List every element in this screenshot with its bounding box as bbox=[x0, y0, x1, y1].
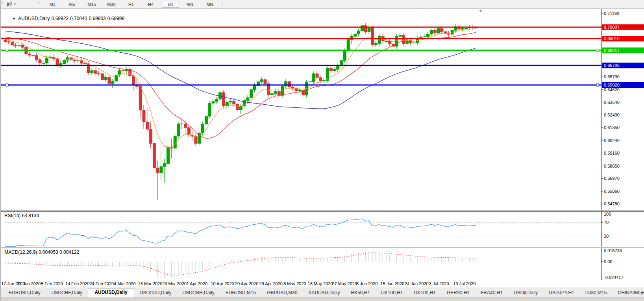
tab-EURUSD-M15[interactable]: EURUSD,M15 bbox=[220, 289, 261, 297]
date-label: 24 Jun 2020 bbox=[405, 281, 429, 286]
main-chart-canvas[interactable]: 0.711900.700800.689700.679200.668100.657… bbox=[1, 9, 644, 211]
toolbar-grip-2[interactable] bbox=[38, 1, 40, 7]
candle-body bbox=[46, 58, 48, 63]
candle-body bbox=[77, 61, 80, 61]
timeframe-button-MN[interactable]: MN bbox=[201, 1, 218, 8]
tab-EURUSD-Daily[interactable]: EURUSD,Daily bbox=[3, 289, 46, 297]
rsi-line bbox=[5, 219, 476, 246]
tab-DJ30-M15[interactable]: DJ30,M15 bbox=[580, 289, 613, 297]
rsi-indicator-panel: RSI(14) 63.8134 1007030 bbox=[1, 211, 644, 247]
price-tick-label: 0.60240 bbox=[604, 138, 620, 143]
tab-USDCAD-Daily[interactable]: USDCAD,Daily bbox=[134, 289, 177, 297]
timeframe-button-D1[interactable]: D1 bbox=[162, 1, 179, 8]
price-line-tag-label: 0.65020 bbox=[604, 83, 620, 87]
candle-body bbox=[101, 74, 104, 79]
chart-symbol-label: AUDUSD,Daily bbox=[18, 16, 50, 21]
date-label: 13 Mar 2020 bbox=[138, 281, 163, 286]
timeframe-button-M1[interactable]: M1 bbox=[44, 1, 61, 8]
candle-body bbox=[132, 76, 135, 85]
candle-body bbox=[357, 31, 360, 34]
candle-body bbox=[7, 42, 10, 42]
rsi-canvas[interactable]: 1007030 bbox=[1, 212, 644, 247]
candle-body bbox=[91, 70, 93, 73]
candle-body bbox=[170, 148, 173, 148]
chart-shift-marker-icon[interactable] bbox=[479, 10, 482, 12]
tab-USDCNH-Daily[interactable]: USDCNH,Daily bbox=[177, 289, 220, 297]
date-label: 29 Apr 2020 bbox=[259, 281, 283, 286]
tab-USDJPY-H1[interactable]: USDJPY,H1 bbox=[543, 289, 579, 297]
time-axis[interactable]: 17 Jan 202027 Jan 20205 Feb 202014 Feb 2… bbox=[1, 280, 644, 288]
candle-body bbox=[385, 41, 388, 42]
price-line-tag-label: 0.69010 bbox=[604, 36, 620, 41]
tab-scroll-buttons: ◂ ▸ bbox=[636, 290, 643, 295]
timeframe-button-M15[interactable]: M15 bbox=[83, 1, 100, 8]
tab-HK50-H1[interactable]: HK50,H1 bbox=[346, 289, 376, 297]
candle-body bbox=[239, 106, 242, 110]
date-label: 15 Jun 2020 bbox=[381, 281, 405, 286]
line-handle[interactable] bbox=[596, 84, 599, 86]
candle-body bbox=[208, 103, 211, 116]
price-axis[interactable]: 0.711900.700800.689700.679200.668100.657… bbox=[601, 11, 644, 206]
timeframe-button-M5[interactable]: M5 bbox=[63, 1, 81, 8]
tab-UK100-H1[interactable]: UK100,H1 bbox=[376, 289, 408, 297]
chart-type-button[interactable]: ▾ bbox=[5, 0, 17, 8]
macd-signal-line bbox=[5, 253, 476, 275]
candle-body bbox=[254, 85, 256, 89]
tab-USDCHF-Daily[interactable]: USDCHF,Daily bbox=[46, 289, 88, 297]
tab-scroll-left-icon[interactable]: ◂ bbox=[636, 290, 638, 295]
candle-body bbox=[156, 168, 159, 173]
date-label: 3 Jul 2020 bbox=[429, 281, 449, 286]
candlestick-chart-icon bbox=[7, 2, 13, 7]
candle-body bbox=[402, 35, 405, 44]
price-tick-label: 0.61350 bbox=[604, 125, 620, 130]
timeframe-button-W1[interactable]: W1 bbox=[181, 1, 199, 8]
date-label: 8 May 2020 bbox=[283, 281, 306, 286]
macd-indicator-panel: MACD(12,26,9) 0.004053 0.004122 0.015743… bbox=[1, 248, 644, 280]
tab-GER30-H1[interactable]: GER30,H1 bbox=[441, 289, 475, 297]
candle-body bbox=[35, 55, 38, 60]
line-handle[interactable] bbox=[6, 84, 8, 86]
candle-body bbox=[395, 37, 398, 46]
price-tick-label: 0.64620 bbox=[604, 87, 620, 92]
date-label: 4 Mar 2020 bbox=[114, 281, 136, 286]
tab-UK100-H1[interactable]: UK100,H1 bbox=[409, 289, 441, 297]
price-tick-label: 0.58050 bbox=[604, 164, 620, 168]
candle-body bbox=[205, 116, 207, 124]
line-handle[interactable] bbox=[596, 49, 599, 52]
candle-body bbox=[319, 78, 322, 81]
toolbar-grip[interactable] bbox=[2, 1, 4, 7]
symbol-dropdown-caret[interactable]: ▼ bbox=[12, 17, 16, 21]
timeframe-button-H4[interactable]: H4 bbox=[142, 1, 159, 8]
trading-terminal-window: ▾ M1M5M15M30H1H4D1W1MN ▼AUDUSD,Daily0.69… bbox=[0, 0, 644, 301]
tab-GBPUSD-M30[interactable]: GBPUSD,M30 bbox=[261, 289, 303, 297]
rsi-tick-label: 70 bbox=[604, 220, 609, 225]
price-line-tag-label: 0.66706 bbox=[604, 63, 620, 68]
price-tick-label: 0.71190 bbox=[604, 11, 619, 16]
price-tick-label: 0.59160 bbox=[604, 151, 620, 155]
timeframe-button-M30[interactable]: M30 bbox=[103, 1, 120, 8]
candle-body bbox=[14, 45, 17, 46]
candle-body bbox=[94, 70, 97, 74]
chart-tabs: EURUSD,DailyUSDCHF,DailyAUDUSD,DailyUSDC… bbox=[1, 288, 644, 298]
date-label: 14 Feb 2020 bbox=[65, 281, 90, 286]
candle-body bbox=[389, 41, 391, 44]
ma-line-8 bbox=[5, 29, 476, 147]
date-label: 5 Feb 2020 bbox=[41, 281, 63, 286]
price-tick-label: 0.56970 bbox=[604, 176, 620, 181]
tab-XAUUSD-Daily[interactable]: XAUUSD,Daily bbox=[303, 289, 345, 297]
candle-body bbox=[440, 29, 443, 32]
tab-FRA40-H1[interactable]: FRA40,H1 bbox=[475, 289, 508, 297]
candle-body bbox=[104, 78, 107, 80]
candle-body bbox=[343, 51, 346, 60]
timeframe-button-H1[interactable]: H1 bbox=[122, 1, 140, 8]
candle-body bbox=[260, 79, 263, 82]
price-line-tag-label: 0.68017 bbox=[604, 48, 620, 53]
tab-scroll-right-icon[interactable]: ▸ bbox=[641, 290, 643, 295]
tab-AUDUSD-Daily[interactable]: AUDUSD,Daily bbox=[88, 288, 134, 297]
tab-USOil-Daily[interactable]: USOil,Daily bbox=[508, 289, 543, 297]
line-handle[interactable] bbox=[6, 49, 8, 52]
macd-canvas[interactable]: 0.0157430.00-0.024417 bbox=[1, 248, 644, 280]
candle-body bbox=[167, 148, 170, 163]
candle-body bbox=[423, 37, 426, 37]
candle-body bbox=[464, 28, 467, 28]
